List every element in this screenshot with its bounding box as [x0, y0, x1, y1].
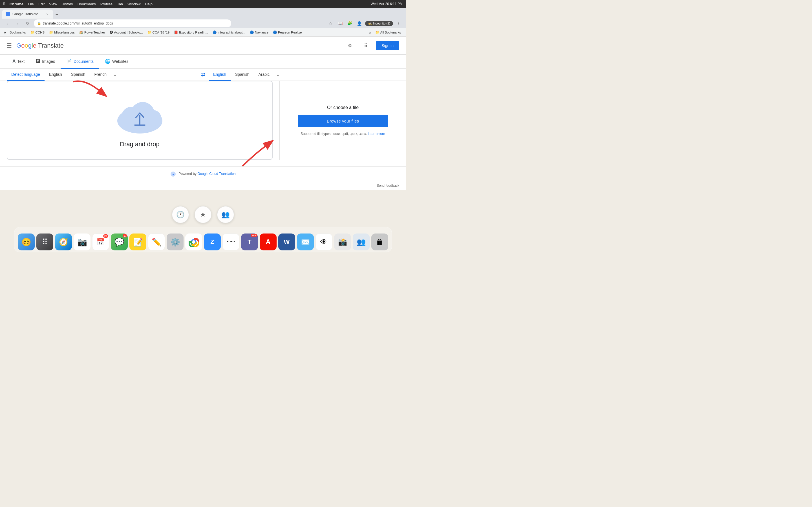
dock-trash[interactable]: 🗑 [371, 233, 388, 250]
svg-text:T: T [6, 13, 8, 16]
menu-view[interactable]: View [49, 2, 57, 6]
tab-documents[interactable]: 📄 Documents [61, 55, 99, 69]
dock-word[interactable]: W [278, 233, 295, 250]
new-tab-button[interactable]: + [53, 11, 61, 18]
bookmark-cchs[interactable]: 📁CCHS [29, 30, 47, 35]
tab-images[interactable]: 🖼 Images [30, 55, 61, 69]
tab-images-label: Images [42, 59, 55, 64]
bookmark-naviance[interactable]: 🔵Naviance [248, 30, 270, 35]
svg-point-14 [192, 240, 195, 244]
source-english-button[interactable]: English [45, 69, 66, 81]
tab-close-button[interactable]: ✕ [45, 12, 50, 16]
settings-icon[interactable]: ⚙ [344, 40, 356, 51]
bookmarks-overflow[interactable]: » [369, 30, 371, 35]
bookmark-star-button[interactable]: ☆ [327, 19, 335, 27]
dock-system-prefs[interactable]: ⚙️ [167, 233, 184, 250]
documents-tab-icon: 📄 [66, 59, 72, 64]
browse-files-button[interactable]: Browse your files [298, 115, 388, 127]
menu-profiles[interactable]: Profiles [100, 2, 112, 6]
bookmark-miscellaneous[interactable]: 📁Miscellaneous [47, 30, 77, 35]
menu-bookmarks[interactable]: Bookmarks [78, 2, 96, 6]
menu-tab[interactable]: Tab [117, 2, 123, 6]
profile-button[interactable]: 👤 [356, 19, 363, 27]
apple-menu[interactable]:  [3, 1, 5, 6]
bookmark-powerteacher[interactable]: 🏫PowerTeacher [78, 30, 107, 35]
more-menu-button[interactable]: ⋮ [395, 19, 403, 27]
target-arabic-button[interactable]: Arabic [254, 69, 274, 81]
swap-languages-button[interactable]: ⇄ [197, 69, 209, 80]
hamburger-menu[interactable]: ☰ [7, 42, 12, 49]
detect-language-button[interactable]: Detect language [7, 69, 45, 81]
source-spanish-button[interactable]: Spanish [66, 69, 90, 81]
target-more-languages[interactable]: ⌄ [274, 69, 282, 80]
menu-history[interactable]: History [61, 2, 73, 6]
bookmark-infographic[interactable]: 🔵infographic about... [211, 30, 247, 35]
bookmark-cca[interactable]: 📁CCA '18-'19 [146, 30, 171, 35]
tab-websites[interactable]: 🌐 Websites [99, 55, 134, 69]
bookmark-pearson[interactable]: 🔵Pearson Realize [271, 30, 303, 35]
target-english-button[interactable]: English [209, 69, 231, 81]
dock-mail[interactable]: ✉️ [297, 233, 314, 250]
dock-chrome[interactable] [185, 233, 202, 250]
app-header: ☰ Google Translate ⚙ ⠿ Sign in [0, 37, 406, 55]
dock-screenshot[interactable]: 📸 [334, 233, 351, 250]
bookmark-bookmarks[interactable]: Bookmarks [8, 30, 28, 35]
menu-chrome[interactable]: Chrome [10, 2, 23, 6]
source-french-button[interactable]: French [90, 69, 111, 81]
bottom-toolbar: 🕐 ★ 👥 [172, 206, 234, 223]
powered-by-footer: ☁ Powered by Google Cloud Translation [0, 166, 406, 181]
drop-zone[interactable]: Drag and drop [7, 81, 273, 160]
bookmark-account[interactable]: 🅐Account | Schoolo... [108, 30, 145, 35]
source-more-languages[interactable]: ⌄ [111, 69, 119, 80]
reader-mode-button[interactable]: 📖 [336, 19, 344, 27]
dock-messages[interactable]: 💬 1 [111, 233, 128, 250]
drag-drop-text: Drag and drop [120, 140, 160, 148]
url-input[interactable]: 🔒 translate.google.com/?sl=auto&tl=en&op… [34, 19, 231, 27]
menu-bar:  Chrome File Edit View History Bookmark… [0, 0, 406, 8]
browser-tab-active[interactable]: T Google Translate ✕ [2, 10, 53, 18]
forward-button[interactable]: › [13, 19, 21, 27]
dock-contacts[interactable]: 👥 [353, 233, 370, 250]
mode-tabs: A Text 🖼 Images 📄 Documents 🌐 Websites [0, 55, 406, 69]
cloud-translation-icon: ☁ [170, 171, 176, 177]
dock-preview[interactable]: 👁 [315, 233, 333, 250]
or-choose-label: Or choose a file [327, 105, 359, 110]
dock-notes[interactable]: 📝 [130, 233, 146, 250]
dock-freeform[interactable]: ✏️ [148, 233, 165, 250]
dock-safari[interactable]: 🧭 [55, 233, 72, 250]
dock-launchpad[interactable]: ⠿ [36, 233, 53, 250]
menu-window[interactable]: Window [128, 2, 140, 6]
bookmark-all[interactable]: 📁All Bookmarks [373, 30, 403, 35]
favorites-button[interactable]: ★ [195, 206, 211, 223]
dock-photos[interactable]: 📷 [73, 233, 91, 250]
history-button[interactable]: 🕐 [172, 206, 189, 223]
apps-icon[interactable]: ⠿ [360, 40, 371, 51]
dock-calendar[interactable]: 📅 20 [92, 233, 109, 250]
extension-puzzle-button[interactable]: 🧩 [346, 19, 354, 27]
refresh-button[interactable]: ↻ [24, 19, 32, 27]
incognito-indicator[interactable]: 🕵 Incognito (2) [365, 21, 393, 26]
app-title: Translate [38, 42, 64, 49]
menu-help[interactable]: Help [145, 2, 153, 6]
dock-teams[interactable]: T NEW [241, 233, 258, 250]
dock-finder[interactable]: 😊 [18, 233, 35, 250]
dock-acrobat[interactable]: A [260, 233, 276, 250]
community-button[interactable]: 👥 [217, 206, 234, 223]
menu-file[interactable]: File [28, 2, 34, 6]
learn-more-link[interactable]: Learn more [368, 132, 385, 136]
target-spanish-button[interactable]: Spanish [231, 69, 254, 81]
page-content: ☰ Google Translate ⚙ ⠿ Sign in A Text 🖼 … [0, 37, 406, 190]
right-upload-panel: Or choose a file Browse your files Suppo… [287, 81, 399, 160]
cloud-illustration [112, 93, 168, 135]
back-button[interactable]: ‹ [3, 19, 11, 27]
dock-wavebox[interactable]: 〰 [222, 233, 239, 250]
sign-in-button[interactable]: Sign in [376, 41, 399, 50]
bookmark-expository[interactable]: 📕Expository Readin... [172, 30, 210, 35]
tab-text[interactable]: A Text [7, 55, 30, 69]
menu-edit[interactable]: Edit [38, 2, 45, 6]
source-language-panel: Detect language English Spanish French ⌄ [7, 69, 197, 80]
cloud-translation-link[interactable]: Google Cloud Translation [197, 172, 236, 176]
dock-zoom[interactable]: Z [204, 233, 221, 250]
teams-badge: NEW [251, 234, 257, 237]
send-feedback-link[interactable]: Send feedback [0, 181, 406, 190]
